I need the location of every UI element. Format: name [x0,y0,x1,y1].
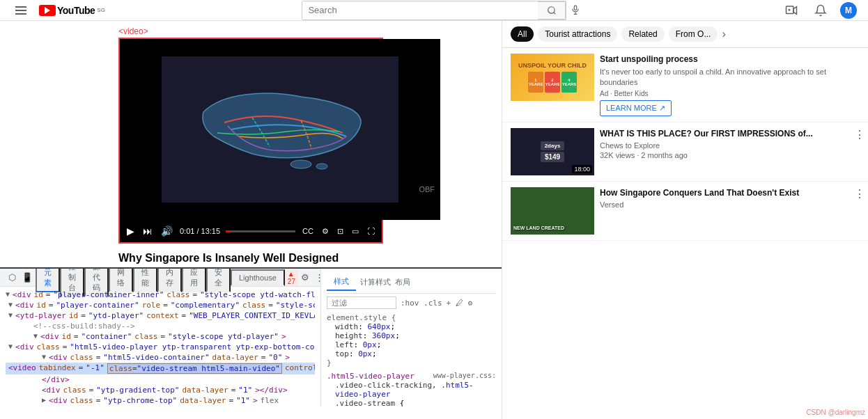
csdn-watermark: CSDN @darlingmz [806,409,865,416]
tab-all[interactable]: All [511,26,534,42]
main-content: <video> [0,21,868,419]
class-style-block: .html5-video-player www-player.css: .vid… [327,372,496,406]
learn-more-button[interactable]: LEARN MORE ↗ [600,100,672,116]
element-style-selector: element.style { [327,313,396,322]
youtube-logo[interactable]: YouTubeSG [39,5,105,16]
video-card-menu-button-1[interactable]: ⋮ [854,128,865,141]
video-watermark: OBF [419,185,435,193]
svg-point-0 [548,6,555,13]
tab-tourist-attractions[interactable]: Tourist attractions [538,26,617,42]
theater-button[interactable]: ▭ [350,227,360,236]
ad-info: Start unspoiling process It's never too … [600,54,860,116]
search-button[interactable] [538,1,566,19]
tab-lighthouse[interactable]: Lighthouse [231,269,285,286]
video-card-menu-button-2[interactable]: ⋮ [854,187,865,200]
left-panel: <video> [0,21,502,419]
top-navigation: YouTubeSG M [0,0,868,21]
ad-description: It's never too early to unspoil a child.… [600,67,860,88]
devtools-inspect-button[interactable]: ⬡ [6,272,19,283]
svg-rect-2 [575,6,578,10]
svg-point-10 [290,160,311,168]
computed-tab[interactable]: 计算样式 [360,277,391,287]
video-thumbnail-2: NEW LAND CREATED [511,187,594,235]
code-line: ▼ <div class="html5-video-player ytp-tra… [6,342,315,352]
video-title-area: Why Singapore Is Insanely Well Designed [0,244,502,267]
add-video-button[interactable] [782,1,801,20]
filter-tabs: All Tourist attractions Related From O..… [502,21,868,48]
voice-search-button[interactable] [566,1,584,19]
youtube-play-icon [39,5,56,16]
element-style-block: element.style { width: 640px; height: 36… [327,313,496,367]
search-icon [547,6,557,15]
progress-bar[interactable] [226,230,295,232]
code-area: ▼ <div id="player-container-inner" class… [0,287,320,406]
video-duration-1: 18:00 [572,165,592,173]
code-line: <div class="ytp-gradient-top" data-layer… [6,385,315,395]
devtools-more-button[interactable]: ⋮ [312,272,320,283]
tab-from-o[interactable]: From O... [669,26,718,42]
video-card-2: NEW LAND CREATED How Singapore Conquers … [502,182,868,241]
video-card-title-2: How Singapore Conquers Land That Doesn't… [600,187,860,199]
styles-filter-input[interactable] [327,297,396,309]
video-card-1: 2days $149 18:00 WHAT IS THIS PLACE? Our… [502,122,868,182]
add-video-icon [785,4,798,17]
video-channel-2: Versed [600,200,860,209]
avatar[interactable]: M [840,2,857,19]
style-prop: top: 0px; [327,349,496,358]
hamburger-icon [15,6,26,15]
fullscreen-button[interactable]: ⛶ [366,227,376,235]
bell-icon [814,4,827,17]
search-input[interactable] [302,1,538,19]
external-link-icon: ↗ [659,104,665,113]
ad-thumbnail: UNSPOIL YOUR CHILD 1 YEARS 2 YEARS 4 YEA… [511,54,594,101]
code-line: <!--css-build:shady--> [6,321,315,331]
video-thumbnail-1: 2days $149 18:00 [511,128,594,175]
layout-tab[interactable]: 布局 [395,277,410,287]
notifications-button[interactable] [811,1,830,20]
devtools-settings-button[interactable]: ⚙ [298,272,312,283]
style-prop: left: 0px; [327,340,496,349]
style-prop: height: 360px; [327,331,496,340]
play-button[interactable]: ▶ [125,226,136,237]
video-background [120,39,440,220]
video-element-label: <video> [118,26,502,36]
svg-point-11 [316,164,327,169]
microphone-icon [571,5,580,15]
svg-line-1 [554,12,556,14]
tabs-more-button[interactable]: › [722,28,725,40]
devtools-panel: ⬡ 📱 元素 控制台 源代码 网络 性能 内存 应用 安全 Lighthouse… [0,267,502,406]
tab-related[interactable]: Related [621,26,664,42]
styles-tab[interactable]: 样式 [327,274,356,291]
video-info-2: How Singapore Conquers Land That Doesn't… [600,187,860,235]
miniplayer-button[interactable]: ⊡ [336,227,345,236]
style-source: www-player.css: [433,372,496,379]
style-prop: .video-click-tracking, .html5-video-play… [327,381,496,399]
video-info-1: WHAT IS THIS PLACE? Our FIRST IMPRESSION… [600,128,860,175]
video-channel-1: Chews to Explore [600,141,860,150]
youtube-wordmark: YouTube [57,5,95,16]
subtitles-button[interactable]: CC [301,227,315,235]
code-line: ▼ <div class="html5-video-container" dat… [6,352,315,363]
region-badge: SG [97,7,105,13]
hamburger-menu-button[interactable] [11,1,31,20]
code-line: ▼ <div id="container" class="style-scope… [6,331,315,342]
settings-button[interactable]: ⚙ [320,227,330,236]
ad-card: UNSPOIL YOUR CHILD 1 YEARS 2 YEARS 4 YEA… [502,48,868,122]
right-panel: All Tourist attractions Related From O..… [502,21,868,419]
styles-hint2: + 🖊 ⚙ [447,299,473,308]
video-meta-1: 32K views · 2 months ago [600,151,860,159]
next-button[interactable]: ⏭ [141,226,154,237]
video-title: Why Singapore Is Insanely Well Designed [0,246,502,264]
devtools-mobile-button[interactable]: 📱 [19,272,36,283]
search-bar [302,1,566,20]
error-badge: ▲ 27 [285,269,298,286]
style-prop: width: 640px; [327,322,496,331]
time-display: 0:01 / 13:15 [180,227,220,235]
styles-hint: :hov .cls [401,299,442,308]
singapore-map-visual [162,56,398,203]
code-line: ▼ <ytd-player id="ytd-player" context="W… [6,310,315,321]
mute-button[interactable]: 🔊 [160,226,174,237]
video-player[interactable]: OBF [120,39,440,220]
class-style-selector: .html5-video-player [327,372,414,381]
progress-filled [226,230,231,232]
